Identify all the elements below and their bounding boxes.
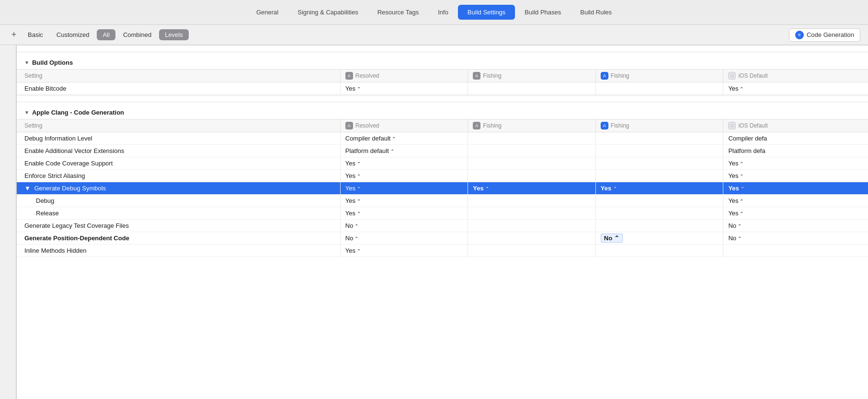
levels-btn[interactable]: Levels bbox=[159, 29, 189, 40]
build-options-chevron: ▼ bbox=[24, 60, 29, 65]
release-sub-resolved: Yes bbox=[340, 207, 468, 220]
enable-bitcode-name: Enable Bitcode bbox=[17, 82, 340, 95]
strict-aliasing-name: Enforce Strict Aliasing bbox=[17, 170, 340, 182]
apple-clang-title: Apple Clang - Code Generation bbox=[32, 109, 124, 116]
fishing2-icon: A bbox=[601, 72, 608, 80]
enable-bitcode-fishing2 bbox=[595, 82, 723, 95]
vector-ext-fishing1 bbox=[468, 145, 596, 157]
row-gen-debug-symbols[interactable]: ▼ Generate Debug Symbols Yes Yes ⌃ Yes ⌃… bbox=[17, 182, 868, 195]
apple-clang-header[interactable]: ▼ Apple Clang - Code Generation bbox=[17, 102, 868, 119]
code-coverage-fishing2 bbox=[595, 157, 723, 170]
debug-sub-fishing2 bbox=[595, 195, 723, 207]
code-coverage-ios: Yes bbox=[723, 157, 868, 170]
legacy-coverage-fishing1 bbox=[468, 220, 596, 232]
apple-clang-header-row: Setting A Resolved A Fishing bbox=[17, 119, 868, 132]
debug-info-fishing1 bbox=[468, 132, 596, 145]
tab-resource-tags[interactable]: Resource Tags bbox=[368, 5, 428, 20]
position-dep-resolved: No bbox=[340, 232, 468, 245]
main-layout: ▼ Build Options Setting bbox=[0, 45, 868, 399]
legacy-coverage-resolved: No bbox=[340, 220, 468, 232]
code-gen-icon: ≡ bbox=[795, 31, 804, 39]
legacy-coverage-fishing2 bbox=[595, 220, 723, 232]
col-resolved-label: A Resolved bbox=[340, 70, 468, 82]
resolved-icon: A bbox=[345, 72, 353, 80]
col-fishing1-label: A Fishing bbox=[468, 70, 596, 82]
build-options-table: Setting A Resolved A Fishing bbox=[17, 69, 868, 95]
strict-aliasing-fishing1 bbox=[468, 170, 596, 182]
gen-debug-symbols-fishing1: Yes ⌃ bbox=[468, 182, 596, 195]
ios-icon: □ bbox=[728, 72, 736, 80]
combined-btn[interactable]: Combined bbox=[117, 29, 157, 40]
legacy-coverage-name: Generate Legacy Test Coverage Files bbox=[17, 220, 340, 232]
inline-hidden-fishing1 bbox=[468, 245, 596, 257]
code-gen-button[interactable]: ≡ Code Generation bbox=[789, 28, 860, 42]
main-content: ▼ Build Options Setting bbox=[16, 45, 868, 399]
row-position-dep-code[interactable]: Generate Position-Dependent Code No No ⌃… bbox=[17, 232, 868, 245]
ac-fishing1-icon: A bbox=[473, 122, 480, 129]
ac-ios-icon: □ bbox=[728, 122, 736, 129]
enable-bitcode-fishing1 bbox=[468, 82, 596, 95]
ac-fishing2-icon: A bbox=[601, 122, 608, 129]
position-dep-ios: No bbox=[723, 232, 868, 245]
tab-info[interactable]: Info bbox=[428, 5, 458, 20]
tab-build-phases[interactable]: Build Phases bbox=[515, 5, 571, 20]
col-setting-label: Setting bbox=[17, 70, 340, 82]
code-gen-label: Code Generation bbox=[807, 31, 854, 38]
debug-sub-resolved: Yes bbox=[340, 195, 468, 207]
vector-ext-resolved: Platform default bbox=[340, 145, 468, 157]
strict-aliasing-fishing2 bbox=[595, 170, 723, 182]
toolbar: + Basic Customized All Combined Levels ≡… bbox=[0, 25, 868, 45]
strict-aliasing-resolved: Yes bbox=[340, 170, 468, 182]
release-sub-fishing1 bbox=[468, 207, 596, 220]
tab-build-rules[interactable]: Build Rules bbox=[571, 5, 621, 20]
inline-hidden-ios bbox=[723, 245, 868, 257]
sidebar-area bbox=[0, 45, 16, 399]
inline-hidden-name: Inline Methods Hidden bbox=[17, 245, 340, 257]
row-inline-hidden[interactable]: Inline Methods Hidden Yes bbox=[17, 245, 868, 257]
build-options-header-row: Setting A Resolved A Fishing bbox=[17, 70, 868, 82]
release-sub-name: Release bbox=[17, 207, 340, 220]
vector-ext-fishing2 bbox=[595, 145, 723, 157]
debug-sub-ios: Yes bbox=[723, 195, 868, 207]
inline-hidden-resolved: Yes bbox=[340, 245, 468, 257]
ac-col-ios: □ iOS Default bbox=[723, 119, 868, 132]
gen-debug-chevron: ▼ bbox=[24, 185, 31, 192]
code-coverage-resolved: Yes bbox=[340, 157, 468, 170]
all-btn[interactable]: All bbox=[97, 29, 115, 40]
enable-bitcode-resolved: Yes bbox=[340, 82, 468, 95]
tab-general[interactable]: General bbox=[247, 5, 288, 20]
vector-ext-name: Enable Additional Vector Extensions bbox=[17, 145, 340, 157]
row-release-sub[interactable]: Release Yes Yes bbox=[17, 207, 868, 220]
row-strict-aliasing[interactable]: Enforce Strict Aliasing Yes Yes bbox=[17, 170, 868, 182]
col-ios-label: □ iOS Default bbox=[723, 70, 868, 82]
row-debug-sub[interactable]: Debug Yes Yes bbox=[17, 195, 868, 207]
col-fishing2-label: A Fishing bbox=[595, 70, 723, 82]
row-enable-bitcode[interactable]: Enable Bitcode Yes Yes bbox=[17, 82, 868, 95]
legacy-coverage-ios: No bbox=[723, 220, 868, 232]
debug-info-fishing2 bbox=[595, 132, 723, 145]
apple-clang-table: Setting A Resolved A Fishing bbox=[17, 119, 868, 257]
debug-sub-name: Debug bbox=[17, 195, 340, 207]
code-coverage-name: Enable Code Coverage Support bbox=[17, 157, 340, 170]
position-dep-fishing2-highlight: No ⌃ bbox=[601, 234, 623, 243]
customized-btn[interactable]: Customized bbox=[51, 29, 95, 40]
build-options-header[interactable]: ▼ Build Options bbox=[17, 52, 868, 69]
ac-col-fishing1: A Fishing bbox=[468, 119, 596, 132]
gen-debug-symbols-name: ▼ Generate Debug Symbols bbox=[17, 182, 340, 195]
tab-signing[interactable]: Signing & Capabilities bbox=[288, 5, 367, 20]
add-button[interactable]: + bbox=[8, 29, 20, 41]
tab-bar: General Signing & Capabilities Resource … bbox=[0, 0, 868, 25]
fishing1-icon: A bbox=[473, 72, 480, 80]
release-sub-ios: Yes bbox=[723, 207, 868, 220]
row-debug-info-level[interactable]: Debug Information Level Compiler default… bbox=[17, 132, 868, 145]
basic-btn[interactable]: Basic bbox=[22, 29, 49, 40]
gen-debug-symbols-resolved: Yes bbox=[340, 182, 468, 195]
row-code-coverage[interactable]: Enable Code Coverage Support Yes Yes bbox=[17, 157, 868, 170]
tab-build-settings[interactable]: Build Settings bbox=[458, 5, 515, 20]
row-legacy-coverage[interactable]: Generate Legacy Test Coverage Files No N… bbox=[17, 220, 868, 232]
build-options-title: Build Options bbox=[32, 59, 73, 66]
gen-debug-symbols-fishing2: Yes ⌃ bbox=[595, 182, 723, 195]
code-coverage-fishing1 bbox=[468, 157, 596, 170]
debug-sub-fishing1 bbox=[468, 195, 596, 207]
row-vector-ext[interactable]: Enable Additional Vector Extensions Plat… bbox=[17, 145, 868, 157]
